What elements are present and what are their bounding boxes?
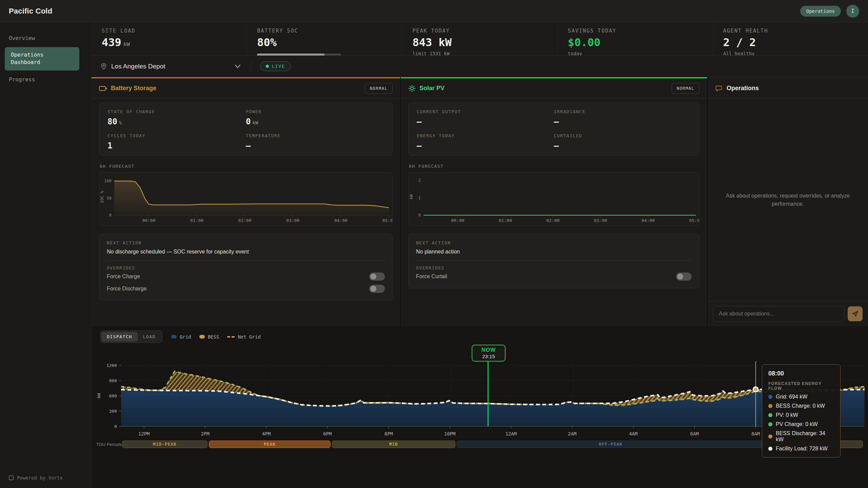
stat-value: —	[554, 117, 691, 126]
chat-message-area: Ask about operations, request overrides,…	[708, 99, 868, 301]
divider	[251, 61, 251, 72]
kpi-label: SITE LOAD	[102, 28, 246, 34]
battery-forecast-chart[interactable]: 050100SOC %00:0001:0002:0003:0004:0005:0…	[99, 172, 393, 226]
grid-import-area	[121, 390, 865, 426]
y-tick-label: 0	[418, 213, 421, 218]
stat-value: —	[417, 141, 554, 150]
y-tick-label: 2	[418, 178, 421, 183]
tooltip-row-text: PV: 0 kW	[776, 412, 798, 418]
forecast-area	[114, 181, 389, 215]
stat-label: CYCLES TODAY	[107, 133, 246, 138]
x-tick-label: 01:00	[499, 218, 512, 223]
x-tick-label: 8AM	[751, 431, 760, 436]
stat-power: POWER 0kW	[246, 109, 384, 126]
toggle-knob	[370, 286, 376, 292]
x-tick-label: 05:00	[689, 218, 699, 223]
sidebar-item-operations-dashboard[interactable]: Operations Dashboard	[5, 47, 79, 70]
top-bar: Pacific Cold Operations I	[0, 0, 868, 22]
toggle-knob	[370, 273, 376, 280]
stat-label: STATE OF CHARGE	[107, 109, 246, 114]
role-badge[interactable]: Operations	[800, 6, 841, 17]
stat-current-output: CURRENT OUTPUT —	[417, 109, 554, 126]
chat-panel-header: Operations	[708, 78, 868, 99]
x-tick-label: 05:00	[382, 218, 392, 223]
battery-action-panel: NEXT ACTION No discharge scheduled — SOC…	[99, 234, 393, 301]
kpi-site-load: SITE LOAD 439kW	[92, 22, 246, 55]
cursor-marker	[753, 387, 758, 392]
live-label: LIVE	[272, 64, 285, 69]
user-avatar[interactable]: I	[846, 5, 859, 18]
app-root: Pacific Cold Operations I Overview Opera…	[0, 0, 868, 488]
series-dot	[768, 422, 772, 426]
x-tick-label: 4AM	[629, 431, 637, 436]
legend-swatch	[171, 335, 177, 339]
map-pin-icon	[100, 63, 107, 70]
now-label: NOW	[481, 347, 496, 353]
y-tick-label: 0	[114, 424, 117, 429]
solar-stats-panel: CURRENT OUTPUT — IRRADIANCE — ENERGY TOD…	[408, 103, 699, 156]
tooltip-row: BESS Charge: 0 kW	[768, 403, 834, 409]
force-charge-toggle[interactable]	[369, 272, 385, 281]
stat-temperature: TEMPERATURE —	[246, 133, 384, 150]
legend-label: Grid	[180, 334, 191, 340]
x-tick-label: 00:00	[451, 218, 465, 223]
override-label: Force Curtail	[416, 273, 676, 280]
force-curtail-toggle[interactable]	[676, 272, 692, 281]
solar-action-panel: NEXT ACTION No planned action OVERRIDES …	[408, 234, 699, 288]
tooltip-time: 08:00	[768, 370, 834, 377]
y-axis-label: kW	[409, 194, 414, 199]
legend-item-bess[interactable]: BESS	[199, 334, 219, 340]
tou-segment-peak: PEAK	[209, 441, 331, 448]
stat-label: ENERGY TODAY	[417, 133, 554, 138]
y-tick-label: 600	[109, 393, 117, 399]
solar-forecast-chart[interactable]: 012kW00:0001:0002:0003:0004:0005:00	[408, 172, 699, 226]
vortx-logo-icon	[9, 475, 14, 480]
force-discharge-toggle[interactable]	[369, 285, 385, 293]
stat-label: TEMPERATURE	[246, 133, 384, 138]
chat-bubble-icon	[715, 85, 723, 92]
stat-value: 80%	[107, 117, 246, 126]
battery-status-badge: NORMAL	[365, 83, 393, 94]
powered-by-label: Powered by Vortx	[17, 475, 63, 481]
stat-value: —	[246, 141, 384, 150]
paper-plane-icon	[851, 310, 859, 318]
stat-label: IRRADIANCE	[554, 109, 691, 114]
solar-card-header: Solar PV NORMAL	[401, 78, 707, 99]
x-tick-label: 02:00	[546, 218, 559, 223]
sidebar-item-overview[interactable]: Overview	[0, 31, 91, 45]
tou-segment-off-peak: OFF-PEAK	[457, 441, 765, 448]
chevron-down-icon[interactable]	[235, 64, 241, 68]
overrides-label: OVERRIDES	[416, 265, 692, 270]
tooltip-row: PV: 0 kW	[768, 412, 834, 418]
kpi-value: 439kW	[102, 36, 246, 49]
live-dot	[266, 65, 269, 68]
y-axis-label: kW	[96, 393, 101, 399]
next-action-text: No planned action	[416, 249, 692, 255]
series-dot	[768, 413, 772, 417]
tooltip-heading: FORECASTED ENERGY FLOW	[768, 381, 834, 391]
tooltip-row-text: BESS Discharge: 34 kW	[776, 430, 834, 443]
legend-item-grid[interactable]: Grid	[171, 334, 191, 340]
y-tick-label: 900	[109, 378, 117, 383]
solar-card-body: CURRENT OUTPUT — IRRADIANCE — ENERGY TOD…	[401, 99, 707, 288]
kpi-label: BATTERY SOC	[257, 28, 402, 34]
stat-cycles-today: CYCLES TODAY 1	[107, 133, 246, 150]
stat-state-of-charge: STATE OF CHARGE 80%	[107, 109, 246, 126]
site-selector-row: Los Angeles Depot LIVE	[92, 56, 868, 77]
sidebar-item-progress[interactable]: Progress	[0, 73, 91, 86]
next-action-label: NEXT ACTION	[416, 240, 692, 245]
stat-label: CURRENT OUTPUT	[417, 109, 554, 114]
cards-row: Battery Storage NORMAL STATE OF CHARGE 8…	[92, 77, 868, 326]
y-axis-label: SOC %	[100, 190, 104, 203]
now-time: 23:15	[482, 353, 495, 359]
tou-segment-mid: MID	[332, 441, 455, 448]
stat-curtailed: CURTAILED —	[554, 133, 691, 150]
send-button[interactable]	[848, 306, 863, 321]
x-tick-label: 04:00	[642, 218, 655, 223]
chat-input[interactable]	[713, 306, 844, 322]
legend-item-net-grid[interactable]: Net Grid	[227, 334, 260, 340]
live-status-badge: LIVE	[260, 61, 291, 71]
tooltip-row-text: Grid: 694 kW	[776, 394, 807, 400]
site-name[interactable]: Los Angeles Depot	[111, 63, 165, 70]
series-dot	[768, 434, 772, 439]
